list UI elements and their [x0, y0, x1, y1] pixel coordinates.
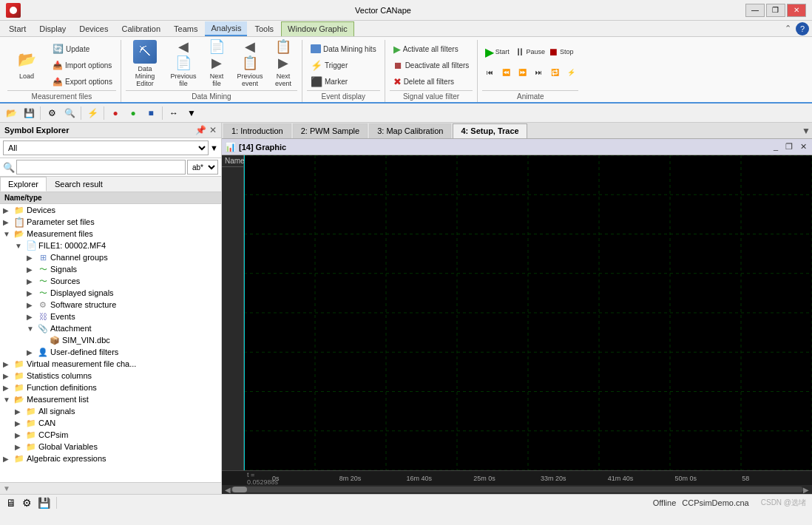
data-mining-hits-button[interactable]: Data Mining hits — [307, 41, 380, 56]
animate-start-button[interactable]: ▶ Start — [482, 41, 512, 62]
doc-tab-4[interactable]: 4: Setup, Trace — [453, 123, 527, 138]
doc-tab-2[interactable]: 2: PWM Sample — [293, 123, 368, 138]
time-labels-row: 0s 8m 20s 16m 40s 25m 0s 33m 20s 41m 40s… — [269, 475, 812, 482]
tree-item-signals[interactable]: ▶ 〜 Signals — [0, 263, 221, 275]
menu-display[interactable]: Display — [33, 21, 72, 36]
menu-calibration[interactable]: Calibration — [115, 21, 166, 36]
menu-teams[interactable]: Teams — [168, 21, 203, 36]
gw-close-btn[interactable]: ✕ — [798, 141, 809, 152]
update-button[interactable]: 🔄 Update — [49, 41, 116, 56]
status-save-icon[interactable]: 💾 — [38, 497, 50, 509]
status-monitor-icon[interactable]: 🖥 — [6, 497, 16, 509]
scroll-right-arrow[interactable]: ▶ — [803, 486, 809, 494]
seek-prev-button[interactable]: ⏪ — [498, 65, 513, 80]
search-mode-dropdown[interactable]: ab* — [187, 160, 218, 175]
explorer-tab[interactable]: Explorer — [0, 177, 47, 192]
scroll-left-arrow[interactable]: ◀ — [225, 486, 231, 494]
menu-tools[interactable]: Tools — [248, 21, 280, 36]
load-button[interactable]: 📂 Load — [7, 41, 46, 86]
scrollbar-thumb[interactable] — [232, 487, 247, 492]
tb-search-btn[interactable]: 🔍 — [61, 106, 78, 121]
previous-file-button[interactable]: ◀📄 Previousfile — [167, 41, 200, 84]
gw-minimize-btn[interactable]: _ — [771, 141, 780, 152]
loop-button[interactable]: 🔁 — [547, 65, 562, 80]
menu-window-graphic[interactable]: Window Graphic — [281, 21, 354, 36]
tree-item-meas-list[interactable]: ▼ 📂 Measurement list — [0, 393, 221, 405]
ribbon-collapse-btn[interactable]: ⌃ — [785, 24, 791, 33]
scrollbar-track[interactable] — [231, 487, 803, 492]
tree-item-file1[interactable]: ▼ 📄 FILE1: 00002.MF4 — [0, 240, 221, 251]
animate-pause-button[interactable]: ⏸ Pause — [513, 41, 546, 62]
export-options-button[interactable]: 📤 Export options — [49, 74, 116, 89]
tree-item-sim-vin-dbc[interactable]: 📦 SIM_VIN.dbc — [0, 334, 221, 346]
tree-item-stats[interactable]: ▶ 📁 Statistics columns — [0, 370, 221, 382]
tree-item-channel-groups[interactable]: ▶ ⊞ Channel groups — [0, 251, 221, 263]
pause-label: Pause — [527, 48, 546, 55]
status-settings-icon[interactable]: ⚙ — [22, 497, 32, 509]
tree-item-user-filters[interactable]: ▶ 👤 User-defined filters — [0, 346, 221, 358]
tree-item-label: Displayed signals — [50, 288, 114, 297]
doc-tab-scroll-arrow[interactable]: ▼ — [802, 126, 811, 136]
activate-filter-label: Activate all filters — [403, 45, 459, 53]
previous-event-button[interactable]: ◀📋 Previousevent — [234, 41, 266, 84]
menu-analysis[interactable]: Analysis — [205, 21, 247, 36]
tree-item-events[interactable]: ▶ ⛓ Events — [0, 311, 221, 322]
gw-restore-btn[interactable]: ❐ — [783, 141, 795, 152]
se-search-row: 🔍 ab* — [0, 158, 221, 177]
tree-item-displayed-signals[interactable]: ▶ 〜 Displayed signals — [0, 287, 221, 299]
chart-scrollbar[interactable]: ◀ ▶ — [222, 485, 812, 494]
pin-icon[interactable]: 📌 — [195, 125, 206, 135]
doc-tab-1[interactable]: 1: Introduction — [223, 123, 291, 138]
deactivate-all-filters-button[interactable]: ⏹ Deactivate all filters — [390, 58, 473, 72]
import-options-button[interactable]: 📥 Import options — [49, 58, 116, 72]
doc-tab-3[interactable]: 3: Map Calibration — [369, 123, 451, 138]
tree-item-all-signals[interactable]: ▶ 📁 All signals — [0, 405, 221, 417]
tb-red-circle-btn[interactable]: ● — [107, 106, 124, 121]
minimize-button[interactable]: — — [745, 4, 765, 17]
seek-end-button[interactable]: ⏭ — [531, 65, 546, 80]
activate-all-filters-button[interactable]: ▶ Activate all filters — [390, 41, 473, 56]
search-input[interactable] — [16, 160, 186, 175]
tb-blue-rect-btn[interactable]: ■ — [143, 106, 159, 121]
delete-all-filters-button[interactable]: ✖ Delete all filters — [390, 74, 473, 89]
help-button[interactable]: ? — [796, 22, 809, 35]
tree-item-software-structure[interactable]: ▶ ⚙ Software structure — [0, 299, 221, 311]
close-button[interactable]: ✕ — [787, 4, 806, 17]
se-close-icon[interactable]: ✕ — [209, 125, 217, 135]
tree-item-can[interactable]: ▶ 📁 CAN — [0, 417, 221, 429]
tree-item-meas-files[interactable]: ▼ 📂 Measurement files — [0, 228, 221, 240]
folder-open-icon: 📂 — [13, 394, 25, 404]
tree-item-algebraic[interactable]: ▶ 📁 Algebraic expressions — [0, 453, 221, 464]
tb-lightning-btn[interactable]: ⚡ — [84, 106, 101, 121]
restore-button[interactable]: ❐ — [766, 4, 785, 17]
tree-item-virtual-meas[interactable]: ▶ 📁 Virtual measurement file cha... — [0, 358, 221, 370]
tree-item-func-defs[interactable]: ▶ 📁 Function definitions — [0, 382, 221, 393]
search-result-tab[interactable]: Search result — [47, 177, 111, 192]
seek-start-button[interactable]: ⏮ — [482, 65, 497, 80]
menu-devices[interactable]: Devices — [73, 21, 114, 36]
tree-item-devices[interactable]: ▶ 📁 Devices — [0, 204, 221, 216]
tree-item-attachment[interactable]: ▼ 📎 Attachment — [0, 322, 221, 334]
tree-item-ccpsim[interactable]: ▶ 📁 CCPsim — [0, 429, 221, 441]
animate-stop-button[interactable]: ⏹ Stop — [547, 41, 574, 62]
next-event-button[interactable]: 📋▶ Nextevent — [269, 41, 297, 84]
se-filter-dropdown[interactable]: All — [3, 140, 209, 155]
tb-open-btn[interactable]: 📂 — [3, 106, 19, 121]
tree-item-sources[interactable]: ▶ 〜 Sources — [0, 275, 221, 287]
tb-save-btn[interactable]: 💾 — [21, 106, 37, 121]
seek-next-button[interactable]: ⏩ — [515, 65, 530, 80]
tb-down-btn[interactable]: ▼ — [183, 106, 200, 121]
deactivate-filter-icon: ⏹ — [393, 60, 403, 71]
menu-start[interactable]: Start — [3, 21, 32, 36]
tree-item-global-vars[interactable]: ▶ 📁 Global Variables — [0, 441, 221, 453]
data-mining-editor-button[interactable]: ⛏ Data MiningEditor — [126, 41, 164, 86]
tb-settings-btn[interactable]: ⚙ — [44, 106, 60, 121]
tb-green-circle-btn[interactable]: ● — [125, 106, 141, 121]
speed-button[interactable]: ⚡ — [564, 65, 578, 80]
tree-item-param-sets[interactable]: ▶ 📋 Parameter set files — [0, 216, 221, 228]
next-file-button[interactable]: 📄▶ Nextfile — [203, 41, 231, 84]
export-options-label: Export options — [65, 78, 112, 86]
marker-button[interactable]: ⬛ Marker — [307, 74, 380, 89]
tb-arrow-btn[interactable]: ↔ — [166, 106, 182, 121]
trigger-button[interactable]: ⚡ Trigger — [307, 58, 380, 72]
